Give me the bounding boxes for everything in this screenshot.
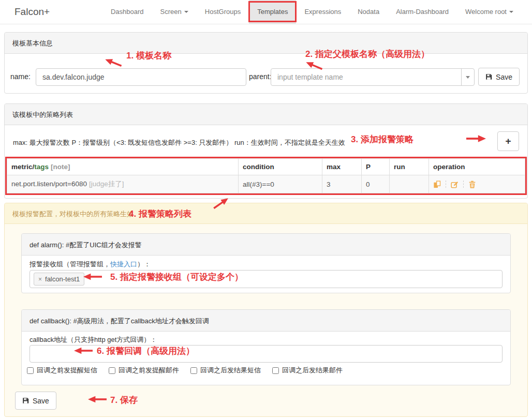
parent-dropdown-toggle[interactable] <box>461 69 474 85</box>
annotation-arrow-icon <box>83 273 102 280</box>
strategy-list-panel: 该模板中的策略列表 max: 最大报警次数 P：报警级别（<3: 既发短信也发邮… <box>4 103 528 199</box>
col-p: P <box>362 159 390 175</box>
annotation-arrow-icon <box>74 347 93 354</box>
cell-max: 3 <box>322 175 362 193</box>
nav-item-hostgroups[interactable]: HostGroups <box>197 0 249 24</box>
strategy-table-row: net.port.listen/port=6080[judge挂了] all(#… <box>7 175 525 193</box>
strategy-list-panel-title: 该模板中的策略列表 <box>5 104 527 125</box>
callback-address-label: callback地址（只支持http get方式回调）： <box>29 335 157 344</box>
paste-icon[interactable] <box>433 181 441 188</box>
template-name-input[interactable] <box>36 68 246 86</box>
nav-menu: Dashboard Screen HostGroups Templates Ex… <box>102 0 522 24</box>
strategy-hint: max: 最大报警次数 P：报警级别（<3: 既发短信也发邮件 >=3: 只发邮… <box>13 138 345 147</box>
annotation-2: 2. 指定父模板名称（高级用法） <box>305 48 430 60</box>
nav-item-templates[interactable]: Templates <box>249 0 296 24</box>
divider <box>463 181 464 188</box>
checkbox-sms-after[interactable]: 回调之后发结果短信 <box>190 366 261 375</box>
annotation-6: 6. 报警回调（高级用法） <box>97 345 195 357</box>
checkbox-mail-after[interactable]: 回调之后发结果邮件 <box>272 366 343 375</box>
cell-run <box>390 175 429 193</box>
remove-tag-icon[interactable]: × <box>38 276 42 282</box>
checkbox-sms-before[interactable]: 回调之前发提醒短信 <box>27 366 97 375</box>
callback-section-header: def callback(): #高级用法，配置了callback地址才会触发回… <box>22 310 510 332</box>
annotation-arrow-icon <box>88 396 107 403</box>
brand-logo[interactable]: Falcon+ <box>14 0 50 24</box>
nav-item-welcome-root[interactable]: Welcome root <box>457 0 522 24</box>
floppy-icon <box>22 397 29 404</box>
alarm-section: def alarm(): #配置了UIC组才会发报警 报警接收组（管理报警组，快… <box>21 233 511 293</box>
save-template-button[interactable]: Save <box>478 68 520 86</box>
col-run: run <box>390 159 429 175</box>
chevron-down-icon <box>509 11 513 13</box>
col-condition: condition <box>239 159 322 175</box>
annotation-4: 4. 报警策略列表 <box>129 208 191 220</box>
parent-template-input[interactable] <box>271 69 461 85</box>
parent-label: parent: <box>249 72 272 81</box>
checkbox[interactable] <box>190 367 197 374</box>
add-strategy-button[interactable]: + <box>497 131 519 151</box>
template-info-panel-title: 模板基本信息 <box>5 33 527 54</box>
nav-item-screen[interactable]: Screen <box>152 0 197 24</box>
strategy-table-header-row: metric/tags[note] condition max P run op… <box>7 159 525 175</box>
receiver-tag: × falcon-test1 <box>34 273 84 286</box>
divider <box>446 181 446 188</box>
annotation-7: 7. 保存 <box>110 394 138 406</box>
alarm-section-header: def alarm(): #配置了UIC组才会发报警 <box>22 234 510 256</box>
cell-condition: all(#3)==0 <box>239 175 322 193</box>
alarm-config-panel: 模板报警配置，对模板中的所有策略生效 def alarm(): #配置了UIC组… <box>4 203 528 417</box>
template-info-panel: 模板基本信息 name: parent: Save <box>4 32 528 94</box>
cell-operation <box>429 175 525 193</box>
edit-icon[interactable] <box>451 181 459 188</box>
name-label: name: <box>10 72 31 81</box>
nav-item-nodata[interactable]: Nodata <box>349 0 388 24</box>
navbar: Falcon+ Dashboard Screen HostGroups Temp… <box>0 0 532 24</box>
col-operation: operation <box>429 159 525 175</box>
receiver-tag-label: falcon-test1 <box>45 275 80 283</box>
chevron-down-icon <box>184 11 188 13</box>
cell-p: 0 <box>362 175 390 193</box>
col-metric-tags-note: metric/tags[note] <box>7 159 239 175</box>
page: Falcon+ Dashboard Screen HostGroups Temp… <box>0 0 532 420</box>
annotation-5: 5. 指定报警接收组（可设定多个） <box>110 271 243 283</box>
trash-icon[interactable] <box>468 181 476 188</box>
cell-metric: net.port.listen/port=6080[judge挂了] <box>7 175 239 193</box>
annotation-3: 3. 添加报警策略 <box>351 133 413 145</box>
nav-item-expressions[interactable]: Expressions <box>296 0 349 24</box>
strategy-table: metric/tags[note] condition max P run op… <box>7 158 525 193</box>
receivers-label: 报警接收组（管理报警组，快捷入口）： <box>29 260 151 269</box>
uic-shortcut-link[interactable]: 快捷入口 <box>110 260 137 268</box>
save-alarm-config-button[interactable]: Save <box>15 392 56 410</box>
checkbox[interactable] <box>272 367 279 374</box>
nav-item-alarm-dashboard[interactable]: Alarm-Dashboard <box>388 0 457 24</box>
chevron-down-icon <box>466 76 470 79</box>
alarm-config-panel-title: 模板报警配置，对模板中的所有策略生效 <box>5 203 527 224</box>
floppy-icon <box>485 73 492 80</box>
col-max: max <box>322 159 362 175</box>
callback-section: def callback(): #高级用法，配置了callback地址才会触发回… <box>21 309 511 385</box>
annotation-arrow-icon <box>466 135 486 142</box>
checkbox-mail-before[interactable]: 回调之前发提醒邮件 <box>109 366 179 375</box>
parent-template-combobox <box>271 68 475 86</box>
checkbox[interactable] <box>27 367 34 374</box>
plus-icon: + <box>505 136 511 147</box>
nav-item-dashboard[interactable]: Dashboard <box>102 0 152 24</box>
callback-options: 回调之前发提醒短信 回调之前发提醒邮件 回调之后发结果短信 回调之后发结果邮件 <box>27 366 343 375</box>
strategy-table-annotation-box: metric/tags[note] condition max P run op… <box>5 157 527 195</box>
checkbox[interactable] <box>109 367 115 374</box>
annotation-1: 1. 模板名称 <box>126 50 171 62</box>
